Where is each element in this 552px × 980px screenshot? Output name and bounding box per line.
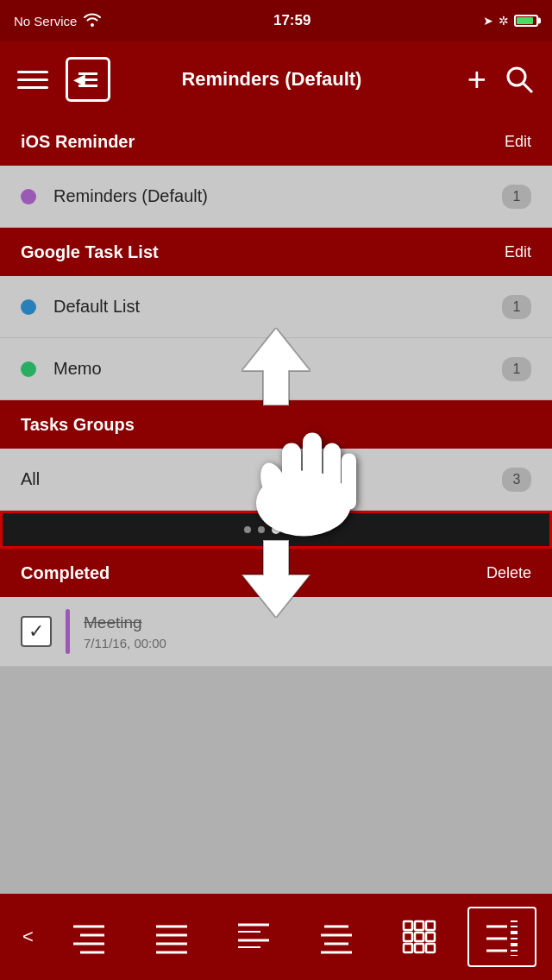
list-centered-button[interactable] xyxy=(302,907,371,967)
memo-count: 1 xyxy=(502,357,531,381)
list-text-button[interactable] xyxy=(219,907,288,967)
dot-green xyxy=(21,361,36,377)
status-time: 17:59 xyxy=(273,12,310,29)
completed-task-text: Meeting 7/11/16, 00:00 xyxy=(84,613,166,650)
bluetooth-icon: ✲ xyxy=(499,14,509,28)
indent-list-icon xyxy=(70,918,108,956)
search-icon xyxy=(504,64,535,95)
slider-dot-active xyxy=(272,525,280,534)
slider-dot xyxy=(244,526,251,533)
reminders-count-badge: 1 xyxy=(502,185,531,209)
slider-dot xyxy=(287,526,294,533)
simple-list-button[interactable] xyxy=(137,907,206,967)
task-date: 7/11/16, 00:00 xyxy=(84,636,166,650)
memo-item: Memo xyxy=(53,359,502,379)
svg-rect-31 xyxy=(426,933,435,941)
svg-rect-29 xyxy=(404,933,412,941)
list-item[interactable]: Default List 1 xyxy=(0,276,552,338)
ios-reminder-title: iOS Reminder xyxy=(21,132,135,152)
plus-icon: + xyxy=(467,63,486,96)
svg-rect-33 xyxy=(415,944,423,952)
tasks-groups-title: Tasks Groups xyxy=(21,415,135,435)
slider-bar[interactable] xyxy=(0,511,552,549)
status-bar: No Service 17:59 ➤ ✲ xyxy=(0,0,552,41)
checkbox-done: ✓ xyxy=(21,616,52,647)
task-name: Meeting xyxy=(84,613,166,632)
search-button[interactable] xyxy=(504,64,535,95)
slider-dots xyxy=(244,525,308,534)
default-list-item: Default List xyxy=(53,297,502,317)
google-task-title: Google Task List xyxy=(21,242,159,262)
ios-reminder-edit[interactable]: Edit xyxy=(505,133,531,151)
location-icon: ➤ xyxy=(483,14,493,28)
svg-rect-34 xyxy=(426,944,435,952)
svg-point-0 xyxy=(508,68,525,85)
slider-dot xyxy=(258,526,265,533)
google-task-edit[interactable]: Edit xyxy=(505,243,531,261)
wifi-icon xyxy=(84,13,101,29)
completed-item[interactable]: ✓ Meeting 7/11/16, 00:00 xyxy=(0,597,552,667)
svg-rect-28 xyxy=(426,921,435,930)
default-list-count: 1 xyxy=(502,295,531,319)
battery-icon xyxy=(514,15,538,27)
all-tasks-label: All xyxy=(21,469,502,489)
list-view-button[interactable]: ◀ xyxy=(66,57,110,102)
delete-button[interactable]: Delete xyxy=(486,564,531,582)
menu-button[interactable] xyxy=(17,71,48,89)
list-centered-icon xyxy=(317,918,355,956)
tasks-groups-header: Tasks Groups xyxy=(0,400,552,449)
list-arrow-icon: ◀ xyxy=(73,70,85,89)
reminders-default-item: Reminders (Default) xyxy=(53,186,502,206)
svg-rect-27 xyxy=(415,921,423,930)
svg-rect-32 xyxy=(404,944,412,952)
list-detail-button[interactable] xyxy=(467,907,536,967)
list-item[interactable]: Memo 1 xyxy=(0,338,552,400)
dot-blue xyxy=(21,299,36,315)
svg-rect-30 xyxy=(415,933,423,941)
status-left: No Service xyxy=(14,13,101,29)
list-text-icon xyxy=(235,918,273,956)
list-item[interactable]: Reminders (Default) 1 xyxy=(0,166,552,228)
bottom-toolbar: < xyxy=(0,894,552,980)
main-toolbar: ◀ Reminders (Default) + xyxy=(0,41,552,117)
svg-line-1 xyxy=(524,84,532,92)
add-button[interactable]: + xyxy=(467,63,486,96)
svg-rect-26 xyxy=(404,921,412,930)
grid-icon xyxy=(400,918,438,956)
carrier-text: No Service xyxy=(14,14,77,28)
toolbar-title: Reminders (Default) xyxy=(93,68,450,91)
nav-back-button[interactable]: < xyxy=(16,926,41,948)
status-right: ➤ ✲ xyxy=(483,14,538,28)
all-tasks-count: 3 xyxy=(502,468,531,492)
purple-accent-bar xyxy=(66,609,70,654)
indent-list-button[interactable] xyxy=(54,907,123,967)
google-task-header: Google Task List Edit xyxy=(0,228,552,276)
dot-purple xyxy=(21,189,36,204)
list-detail-icon xyxy=(483,918,521,956)
simple-list-icon xyxy=(153,918,191,956)
slider-dot xyxy=(301,526,308,533)
grid-button[interactable] xyxy=(385,907,454,967)
completed-header: Completed Delete xyxy=(0,549,552,597)
all-tasks-item[interactable]: All 3 xyxy=(0,449,552,511)
completed-title: Completed xyxy=(21,563,110,583)
ios-reminder-header: iOS Reminder Edit xyxy=(0,117,552,166)
